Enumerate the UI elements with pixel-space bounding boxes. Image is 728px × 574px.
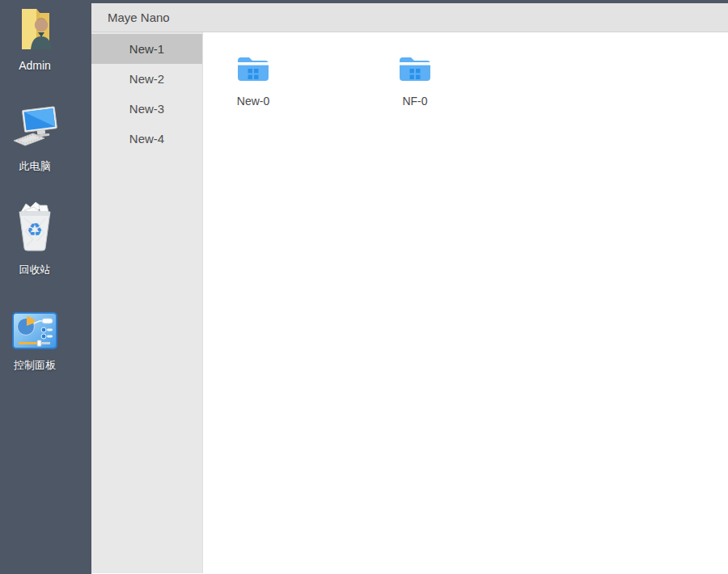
tab-rail: New-1 New-2 New-3 New-4 bbox=[91, 32, 203, 573]
folder-icon bbox=[397, 53, 433, 87]
folder-item-nf-0[interactable]: NF-0 bbox=[379, 53, 451, 108]
control-panel-icon bbox=[12, 312, 57, 352]
desktop-icon-control-panel[interactable]: 控制面板 bbox=[0, 312, 70, 373]
svg-text:♻: ♻ bbox=[27, 220, 43, 240]
desktop-sidebar: Admin 此电脑 bbox=[0, 0, 91, 574]
folder-icon bbox=[235, 53, 271, 87]
desktop-icon-recycle-bin[interactable]: ♻ 回收站 bbox=[0, 200, 70, 277]
desktop-icon-label: 回收站 bbox=[19, 263, 51, 277]
computer-icon bbox=[11, 105, 58, 154]
content-pane: New-0 NF-0 bbox=[203, 32, 728, 573]
desktop-icon-admin[interactable]: Admin bbox=[0, 6, 70, 72]
desktop-icon-this-pc[interactable]: 此电脑 bbox=[0, 105, 70, 174]
recycle-bin-icon: ♻ bbox=[13, 200, 57, 257]
maye-nano-window: Maye Nano New-1 New-2 New-3 New-4 bbox=[91, 3, 728, 574]
window-body: New-1 New-2 New-3 New-4 New-0 bbox=[91, 32, 728, 573]
desktop-icon-label: 控制面板 bbox=[14, 358, 56, 373]
tab-new-3[interactable]: New-3 bbox=[91, 94, 202, 124]
window-title: Maye Nano bbox=[108, 11, 170, 24]
desktop-icon-label: 此电脑 bbox=[19, 159, 51, 174]
tab-new-4[interactable]: New-4 bbox=[91, 124, 202, 154]
user-folder-icon bbox=[15, 6, 55, 53]
folder-item-new-0[interactable]: New-0 bbox=[217, 53, 290, 108]
folder-label: New-0 bbox=[237, 95, 269, 108]
window-titlebar[interactable]: Maye Nano bbox=[91, 3, 728, 32]
folder-label: NF-0 bbox=[402, 95, 427, 108]
tab-new-1[interactable]: New-1 bbox=[91, 34, 202, 64]
tab-new-2[interactable]: New-2 bbox=[91, 64, 202, 94]
desktop-icon-label: Admin bbox=[19, 59, 51, 72]
